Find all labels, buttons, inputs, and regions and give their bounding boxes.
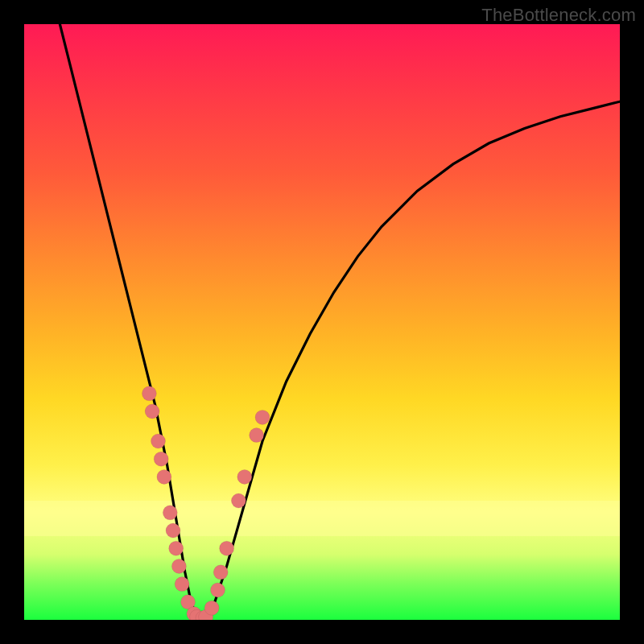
watermark-text: TheBottleneck.com <box>481 5 636 26</box>
data-point <box>250 428 264 443</box>
chart-frame: TheBottleneck.com <box>0 0 644 644</box>
data-point <box>181 595 196 609</box>
data-point <box>190 609 204 620</box>
data-point <box>154 452 168 466</box>
data-point <box>255 410 270 424</box>
chart-svg <box>24 24 620 620</box>
data-point <box>196 611 210 620</box>
data-point <box>166 523 180 538</box>
plot-area <box>24 24 620 620</box>
data-point <box>213 565 228 580</box>
data-point <box>204 601 219 615</box>
data-point <box>171 559 186 573</box>
data-point <box>237 469 252 484</box>
data-point <box>163 506 177 520</box>
data-point <box>145 404 159 419</box>
data-point <box>231 493 246 508</box>
scatter-points <box>142 386 270 620</box>
data-point <box>151 434 166 448</box>
data-point <box>157 469 171 484</box>
highlight-band <box>24 501 620 536</box>
bottleneck-curve <box>60 24 620 620</box>
data-point <box>142 386 156 401</box>
data-point <box>187 607 201 620</box>
data-point <box>199 609 213 620</box>
data-point <box>175 577 189 592</box>
data-point <box>169 541 184 555</box>
data-point <box>211 583 225 597</box>
data-point <box>220 541 234 555</box>
